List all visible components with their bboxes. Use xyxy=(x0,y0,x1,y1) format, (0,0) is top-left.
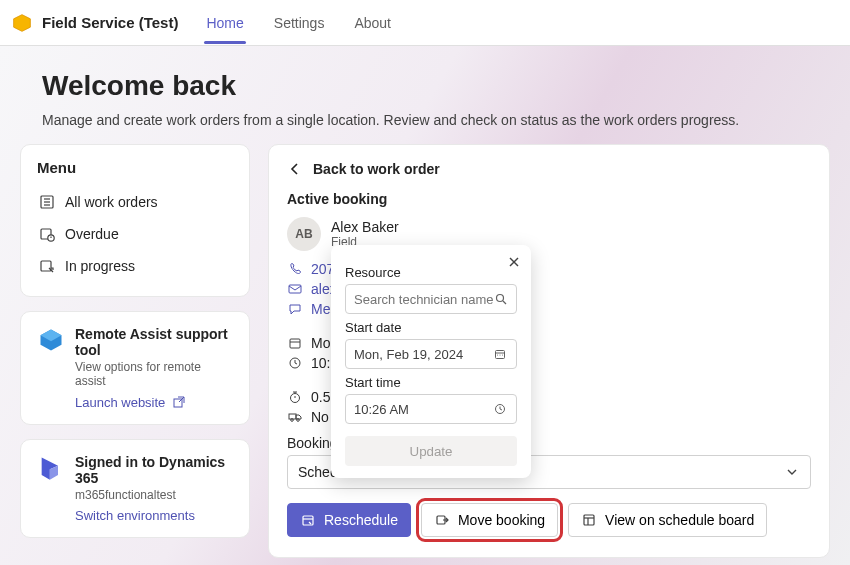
active-booking-heading: Active booking xyxy=(287,191,811,207)
email-icon xyxy=(287,281,303,297)
board-icon xyxy=(581,512,597,528)
back-label: Back to work order xyxy=(313,161,440,177)
clock-icon xyxy=(287,355,303,371)
svg-point-23 xyxy=(297,419,300,422)
phone-icon xyxy=(287,261,303,277)
start-time-input[interactable]: 10:26 AM xyxy=(345,394,517,424)
app-title: Field Service (Test) xyxy=(42,14,178,31)
chat-icon xyxy=(287,301,303,317)
resource-search-field[interactable] xyxy=(354,292,494,307)
app-logo-icon xyxy=(12,13,32,33)
tab-home[interactable]: Home xyxy=(196,3,253,43)
menu-heading: Menu xyxy=(37,159,233,176)
back-to-work-order[interactable]: Back to work order xyxy=(287,161,811,177)
svg-rect-21 xyxy=(289,414,296,419)
menu-card: Menu All work orders Overdue In progress xyxy=(20,144,250,297)
move-booking-icon xyxy=(434,512,450,528)
dynamics-icon xyxy=(37,454,65,482)
svg-rect-27 xyxy=(584,515,594,525)
remote-assist-title: Remote Assist support tool xyxy=(75,326,233,358)
menu-item-label: All work orders xyxy=(65,194,158,210)
svg-point-36 xyxy=(497,355,498,356)
resource-search-input[interactable] xyxy=(345,284,517,314)
timer-icon xyxy=(287,389,303,405)
remote-assist-card: Remote Assist support tool View options … xyxy=(20,311,250,425)
search-icon xyxy=(494,291,509,307)
svg-rect-8 xyxy=(41,261,51,271)
menu-item-label: In progress xyxy=(65,258,135,274)
menu-item-label: Overdue xyxy=(65,226,119,242)
menu-item-inprogress[interactable]: In progress xyxy=(37,250,233,282)
svg-point-38 xyxy=(502,355,503,356)
switch-environments-link[interactable]: Switch environments xyxy=(75,508,195,523)
reschedule-icon xyxy=(300,512,316,528)
menu-item-all[interactable]: All work orders xyxy=(37,186,233,218)
back-arrow-icon xyxy=(287,161,303,177)
welcome-subtitle: Manage and create work orders from a sin… xyxy=(42,112,830,128)
welcome-title: Welcome back xyxy=(42,70,830,102)
calendar-icon xyxy=(492,346,508,362)
menu-item-overdue[interactable]: Overdue xyxy=(37,218,233,250)
dynamics-title: Signed in to Dynamics 365 xyxy=(75,454,233,486)
external-link-icon xyxy=(171,394,187,410)
svg-rect-24 xyxy=(303,516,313,525)
clock-icon xyxy=(492,401,508,417)
person-name: Alex Baker xyxy=(331,219,399,235)
page-body: Welcome back Manage and create work orde… xyxy=(0,46,850,565)
move-booking-button[interactable]: Move booking xyxy=(421,503,558,537)
svg-line-33 xyxy=(503,301,506,304)
move-booking-popover: Resource Start date Mon, Feb 19, 2024 St… xyxy=(331,245,531,478)
top-header: Field Service (Test) Home Settings About xyxy=(0,0,850,46)
chevron-down-icon xyxy=(784,464,800,480)
overdue-icon xyxy=(39,226,55,242)
start-time-label: Start time xyxy=(345,375,517,390)
remote-assist-subtitle: View options for remote assist xyxy=(75,360,233,388)
launch-website-link[interactable]: Launch website xyxy=(75,394,187,410)
svg-marker-0 xyxy=(14,14,31,31)
start-date-input[interactable]: Mon, Feb 19, 2024 xyxy=(345,339,517,369)
svg-rect-14 xyxy=(290,339,300,348)
close-icon[interactable] xyxy=(507,255,521,269)
avatar: AB xyxy=(287,217,321,251)
svg-point-22 xyxy=(291,419,294,422)
update-button[interactable]: Update xyxy=(345,436,517,466)
inprogress-icon xyxy=(39,258,55,274)
start-date-label: Start date xyxy=(345,320,517,335)
svg-rect-13 xyxy=(289,285,301,293)
remote-assist-icon xyxy=(37,326,65,354)
svg-point-37 xyxy=(500,355,501,356)
calendar-icon xyxy=(287,335,303,351)
view-schedule-board-button[interactable]: View on schedule board xyxy=(568,503,767,537)
truck-icon xyxy=(287,409,303,425)
resource-label: Resource xyxy=(345,265,517,280)
svg-point-32 xyxy=(496,295,503,302)
main-panel: Back to work order Active booking AB Ale… xyxy=(268,144,830,558)
reschedule-button[interactable]: Reschedule xyxy=(287,503,411,537)
dynamics-card: Signed in to Dynamics 365 m365functional… xyxy=(20,439,250,538)
dynamics-subtitle: m365functionaltest xyxy=(75,488,233,502)
tab-settings[interactable]: Settings xyxy=(264,3,335,43)
list-icon xyxy=(39,194,55,210)
tab-about[interactable]: About xyxy=(344,3,401,43)
